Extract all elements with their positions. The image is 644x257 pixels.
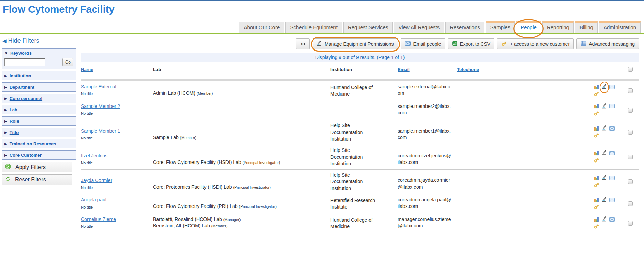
row-checkbox[interactable]: [628, 130, 633, 135]
usage-chart-action-button[interactable]: [593, 126, 600, 132]
filter-label: Core personnel: [10, 96, 42, 101]
filter-header-trained-on-resources[interactable]: ▶Trained on Resources: [4, 141, 73, 146]
key-action-button[interactable]: [593, 224, 600, 230]
advanced-messaging-button[interactable]: Advanced messaging: [576, 38, 639, 49]
people-table: NameLabInstitutionEmailTelephoneSample E…: [81, 66, 639, 233]
tab-administration[interactable]: Administration: [599, 21, 641, 33]
key-icon: [594, 110, 599, 118]
tab-billing[interactable]: Billing: [575, 21, 598, 33]
column-header-telephone[interactable]: Telephone: [457, 67, 593, 72]
email-action-button[interactable]: [609, 103, 616, 110]
tab-about-our-core[interactable]: About Our Core: [239, 22, 284, 33]
expand-button[interactable]: >>: [296, 38, 310, 49]
tab-samples[interactable]: Samples: [486, 21, 515, 33]
usage-chart-icon: [594, 84, 599, 91]
filters-sidebar: ◀ Hide Filters ▼ Keywords Go ▶Institutio…: [0, 34, 78, 233]
email-action-button[interactable]: [609, 175, 616, 181]
filter-label: Core Customer: [10, 153, 42, 158]
microscope-action-button[interactable]: [601, 103, 608, 110]
envelope-icon: [405, 41, 411, 47]
filter-header-core-customer[interactable]: ▶Core Customer: [4, 153, 73, 158]
email-action-button[interactable]: [609, 126, 616, 132]
row-checkbox[interactable]: [628, 201, 633, 206]
filter-header-department[interactable]: ▶Department: [4, 85, 73, 90]
email-action-button[interactable]: [609, 150, 616, 157]
column-header-name[interactable]: Name: [81, 67, 153, 72]
person-name-link[interactable]: Angela paul: [81, 197, 106, 202]
filter-header-institution[interactable]: ▶Institution: [4, 73, 73, 78]
usage-chart-icon: [594, 150, 599, 157]
filter-header-keywords[interactable]: ▼ Keywords: [4, 51, 73, 56]
row-actions: [593, 217, 620, 230]
apply-filters-button[interactable]: Apply Filters: [2, 162, 72, 172]
key-action-button[interactable]: [593, 111, 600, 117]
filter-header-lab[interactable]: ▶Lab: [4, 107, 73, 112]
usage-chart-action-button[interactable]: [593, 175, 600, 181]
email-icon: [609, 175, 615, 181]
filter-label: Trained on Resources: [10, 141, 56, 146]
results-bar: Displaying 9 out of 9 results. (Page 1 o…: [81, 53, 639, 62]
row-checkbox[interactable]: [628, 88, 633, 93]
row-checkbox[interactable]: [628, 155, 633, 159]
usage-chart-action-button[interactable]: [593, 217, 600, 223]
filter-header-role[interactable]: ▶Role: [4, 119, 73, 124]
usage-chart-action-button[interactable]: [593, 103, 600, 110]
usage-chart-icon: [594, 103, 599, 110]
microscope-action-button[interactable]: [601, 175, 608, 181]
person-name-link[interactable]: Sample Member 1: [81, 128, 120, 134]
collapse-triangle-icon: ▼: [4, 51, 8, 55]
key-action-button[interactable]: [593, 91, 600, 98]
row-checkbox[interactable]: [628, 179, 633, 184]
filter-header-core-personnel[interactable]: ▶Core personnel: [4, 96, 73, 101]
manage-equipment-permissions-button[interactable]: Manage Equipment Permissions: [313, 38, 398, 49]
person-title: No title: [81, 136, 153, 141]
key-action-button[interactable]: [593, 204, 600, 211]
microscope-action-button[interactable]: [601, 150, 608, 157]
microscope-action-button[interactable]: [601, 126, 608, 132]
name-cell: Sample Member 1No title: [81, 128, 153, 142]
hide-filters-link[interactable]: ◀ Hide Filters: [2, 37, 39, 44]
email-action-button[interactable]: [609, 197, 616, 203]
key-action-button[interactable]: [593, 133, 600, 139]
email-action-button[interactable]: [609, 217, 616, 223]
name-cell: Angela paulNo title: [81, 197, 153, 211]
microscope-action-button[interactable]: [601, 197, 608, 203]
usage-chart-action-button[interactable]: [593, 197, 600, 203]
person-name-link[interactable]: Jayda Cormier: [81, 178, 112, 183]
microscope-action-button[interactable]: [601, 84, 608, 90]
button-label: Email people: [413, 41, 441, 47]
go-button[interactable]: Go: [62, 58, 73, 66]
person-name-link[interactable]: Sample External: [81, 84, 116, 89]
microscope-action-button[interactable]: [601, 217, 608, 223]
column-header-email[interactable]: Email: [398, 67, 457, 72]
lab-cell: Core: Flow Cytometry Facility (HSDI) Lab…: [153, 159, 330, 167]
table-row: Angela paulNo titleCore: Flow Cytometry …: [81, 194, 639, 214]
access-to-a-new-customer-button[interactable]: + access to a new customer: [497, 38, 574, 49]
keywords-input[interactable]: [4, 58, 45, 66]
email-action-button[interactable]: [609, 84, 616, 90]
tab-schedule-equipment[interactable]: Schedule Equipment: [285, 22, 342, 33]
row-checkbox[interactable]: [628, 108, 633, 113]
tab-reporting[interactable]: Reporting: [542, 21, 574, 33]
recycle-arrows-icon: [5, 176, 11, 183]
row-checkbox[interactable]: [628, 221, 633, 226]
email-icon: [609, 197, 615, 203]
usage-chart-action-button[interactable]: [593, 150, 600, 157]
tab-view-all-requests[interactable]: View All Requests: [394, 22, 444, 33]
export-to-csv-button[interactable]: XExport to CSV: [448, 38, 495, 49]
tab-reservations[interactable]: Reservations: [445, 22, 484, 33]
email-cell: manager.cornelius.zieme@ilabx.com: [398, 216, 457, 231]
email-people-button[interactable]: Email people: [401, 38, 445, 49]
filter-header-title[interactable]: ▶Title: [4, 130, 73, 135]
usage-chart-action-button[interactable]: [593, 84, 600, 90]
person-name-link[interactable]: Itzel Jenkins: [81, 153, 107, 158]
tab-request-services[interactable]: Request Services: [343, 22, 393, 33]
key-icon: [594, 204, 599, 211]
person-name-link[interactable]: Cornelius Zieme: [81, 216, 116, 222]
person-name-link[interactable]: Sample Member 2: [81, 103, 120, 109]
tab-people[interactable]: People: [516, 21, 541, 33]
key-action-button[interactable]: [593, 182, 600, 189]
reset-filters-button[interactable]: Reset Filters: [2, 174, 72, 185]
header-checkbox[interactable]: [628, 67, 633, 72]
key-action-button[interactable]: [593, 158, 600, 164]
